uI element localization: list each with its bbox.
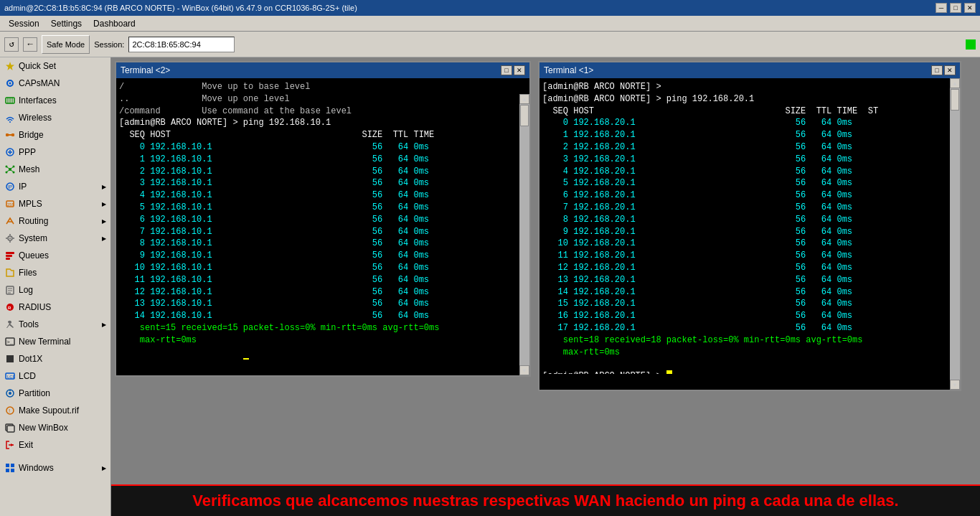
back-icon[interactable]: ← xyxy=(23,37,37,52)
sidebar-item-new-terminal[interactable]: >_ New Terminal xyxy=(0,333,110,350)
routing-arrow: ▶ xyxy=(102,218,106,225)
ip-arrow: ▶ xyxy=(102,184,106,190)
sidebar-label-dot1x: Dot1X xyxy=(19,354,106,364)
sidebar-item-wireless[interactable]: Wireless xyxy=(0,109,110,126)
sidebar-item-files[interactable]: Files xyxy=(0,264,110,281)
close-button[interactable]: ✕ xyxy=(964,3,976,13)
ppp-icon xyxy=(4,146,16,158)
sidebar-label-mpls: MPLS xyxy=(19,199,99,209)
terminal-2-scroll-down[interactable]: ▼ xyxy=(519,365,529,375)
sidebar-item-tools[interactable]: Tools ▶ xyxy=(0,316,110,333)
maximize-button[interactable]: □ xyxy=(950,3,961,13)
terminal-1-body[interactable]: [admin@RB ARCO NORTE] > [admin@RB ARCO N… xyxy=(540,78,950,374)
new-terminal-icon: >_ xyxy=(4,336,16,347)
tools-icon xyxy=(4,319,16,330)
terminal-2-scrollbar[interactable]: ▲ ▼ xyxy=(519,94,529,375)
svg-text:IP: IP xyxy=(8,184,13,189)
svg-line-18 xyxy=(11,167,13,169)
window-controls: ─ □ ✕ xyxy=(936,3,976,13)
svg-rect-53 xyxy=(11,469,14,472)
ip-icon: IP xyxy=(4,181,16,192)
menu-session[interactable]: Session xyxy=(3,17,45,30)
sidebar-item-ip[interactable]: IP IP ▶ xyxy=(0,178,110,195)
svg-text:LCD: LCD xyxy=(7,375,15,379)
main-layout: Quick Set CAPsMAN Interfaces Wireless Br… xyxy=(0,57,980,516)
sidebar-item-bridge[interactable]: Bridge xyxy=(0,126,110,144)
svg-rect-39 xyxy=(6,355,14,362)
log-icon xyxy=(4,284,16,296)
menu-bar: Session Settings Dashboard xyxy=(0,16,980,32)
exit-icon xyxy=(4,439,16,451)
mpls-icon: 255 xyxy=(4,198,16,210)
sidebar-item-windows[interactable]: Windows ▶ xyxy=(0,459,110,477)
sidebar-item-mpls[interactable]: 255 MPLS ▶ xyxy=(0,195,110,212)
sidebar-label-bridge: Bridge xyxy=(19,130,106,140)
dot1x-icon xyxy=(4,353,16,365)
terminal-2-title-bar[interactable]: Terminal <2> □ ✕ xyxy=(116,62,529,78)
sidebar-item-mesh[interactable]: Mesh xyxy=(0,161,110,178)
svg-text:R: R xyxy=(8,306,11,310)
terminal-1-close[interactable]: ✕ xyxy=(944,65,956,75)
sidebar-item-exit[interactable]: Exit xyxy=(0,436,110,454)
svg-rect-50 xyxy=(6,464,9,467)
svg-rect-30 xyxy=(6,258,10,260)
sidebar-item-lcd[interactable]: LCD LCD xyxy=(0,367,110,385)
terminal-1-maximize[interactable]: □ xyxy=(931,65,943,75)
sidebar-item-make-supout[interactable]: ! Make Supout.rif xyxy=(0,402,110,419)
windows-section-icon xyxy=(4,462,16,474)
terminal-1-window: Terminal <1> □ ✕ [admin@RB ARCO NORTE] >… xyxy=(538,61,961,391)
menu-settings[interactable]: Settings xyxy=(45,17,88,30)
sidebar-item-capsman[interactable]: CAPsMAN xyxy=(0,75,110,92)
session-input[interactable] xyxy=(128,37,235,52)
sidebar-item-partition[interactable]: Partition xyxy=(0,385,110,402)
bridge-icon xyxy=(4,129,16,141)
sidebar-item-new-winbox[interactable]: New WinBox xyxy=(0,419,110,436)
terminal-1-title-bar[interactable]: Terminal <1> □ ✕ xyxy=(540,62,960,78)
toolbar: ↺ ← Safe Mode Session: xyxy=(0,32,980,57)
sidebar-item-log[interactable]: Log xyxy=(0,281,110,299)
svg-point-27 xyxy=(9,238,11,239)
sidebar-label-queues: Queues xyxy=(19,250,106,261)
terminal-2-scroll-up[interactable]: ▲ xyxy=(519,94,529,104)
capsman-icon xyxy=(4,78,16,89)
svg-line-19 xyxy=(7,170,9,172)
sidebar-item-system[interactable]: System ▶ xyxy=(0,230,110,247)
title-bar: admin@2C:C8:1B:b5:8C:94 (RB ARCO NORTE) … xyxy=(0,0,980,16)
svg-point-7 xyxy=(9,121,11,123)
svg-point-43 xyxy=(9,392,11,395)
refresh-icon[interactable]: ↺ xyxy=(4,37,19,52)
sidebar-label-mesh: Mesh xyxy=(19,164,106,174)
terminal-1-content: [admin@RB ARCO NORTE] > [admin@RB ARCO N… xyxy=(542,81,947,374)
subtitle-banner: Verificamos que alcancemos nuestras resp… xyxy=(111,484,980,516)
sidebar-label-system: System xyxy=(19,233,99,243)
terminal-2-maximize[interactable]: □ xyxy=(501,65,512,75)
sidebar-label-new-winbox: New WinBox xyxy=(19,423,106,433)
sidebar-item-routing[interactable]: Routing ▶ xyxy=(0,212,110,230)
svg-rect-8 xyxy=(6,133,9,136)
terminal-2-close[interactable]: ✕ xyxy=(514,65,525,75)
terminal-1-scroll-down[interactable]: ▼ xyxy=(950,380,960,390)
sidebar-item-dot1x[interactable]: Dot1X xyxy=(0,350,110,367)
partition-icon xyxy=(4,388,16,399)
terminal-1-scroll-up[interactable]: ▲ xyxy=(950,78,960,88)
svg-text:!: ! xyxy=(9,408,10,414)
minimize-button[interactable]: ─ xyxy=(936,3,947,13)
sidebar-item-radius[interactable]: R RADIUS xyxy=(0,299,110,316)
sidebar-label-windows: Windows xyxy=(19,463,99,473)
quick-set-icon xyxy=(4,60,16,72)
subtitle-text: Verificamos que alcancemos nuestras resp… xyxy=(192,492,898,510)
sidebar: Quick Set CAPsMAN Interfaces Wireless Br… xyxy=(0,57,111,516)
sidebar-item-quick-set[interactable]: Quick Set xyxy=(0,57,110,75)
sidebar-item-queues[interactable]: Queues xyxy=(0,247,110,264)
menu-dashboard[interactable]: Dashboard xyxy=(88,17,141,30)
terminal-2-body[interactable]: / Move up to base level .. Move up one l… xyxy=(116,78,519,360)
sidebar-item-interfaces[interactable]: Interfaces xyxy=(0,92,110,109)
terminal-1-scrollbar[interactable]: ▲ ▼ xyxy=(950,78,960,390)
safe-mode-button[interactable]: Safe Mode xyxy=(42,35,90,54)
session-label: Session: xyxy=(94,40,124,49)
sidebar-label-interfaces: Interfaces xyxy=(19,95,106,105)
sidebar-label-radius: RADIUS xyxy=(19,302,106,312)
svg-rect-9 xyxy=(11,133,14,136)
sidebar-label-quick-set: Quick Set xyxy=(19,61,106,71)
sidebar-item-ppp[interactable]: PPP xyxy=(0,144,110,161)
